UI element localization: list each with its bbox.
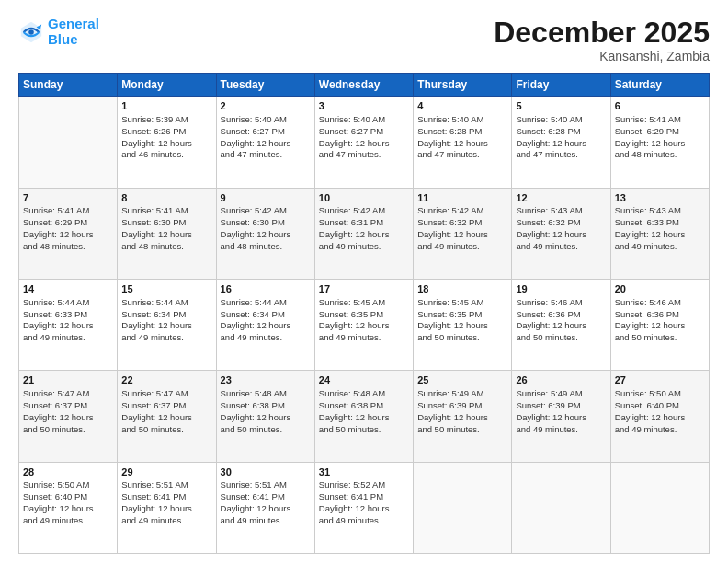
day-info: Daylight: 12 hours bbox=[615, 320, 705, 332]
day-info: Sunset: 6:29 PM bbox=[615, 126, 705, 138]
svg-point-2 bbox=[28, 29, 34, 35]
table-row: 3Sunrise: 5:40 AMSunset: 6:27 PMDaylight… bbox=[314, 97, 413, 188]
day-number: 30 bbox=[221, 465, 311, 479]
day-info: and 49 minutes. bbox=[121, 515, 211, 527]
day-info: Daylight: 12 hours bbox=[615, 229, 705, 241]
day-info: Sunrise: 5:51 AM bbox=[121, 479, 211, 491]
table-row: 18Sunrise: 5:45 AMSunset: 6:35 PMDayligh… bbox=[414, 279, 512, 370]
day-number: 17 bbox=[319, 282, 409, 296]
day-info: Sunset: 6:40 PM bbox=[23, 491, 113, 503]
day-info: Daylight: 12 hours bbox=[121, 229, 211, 241]
header: General Blue December 2025 Kansanshi, Za… bbox=[18, 17, 710, 63]
day-number: 20 bbox=[615, 282, 705, 296]
day-info: and 50 minutes. bbox=[516, 332, 606, 344]
day-info: Sunrise: 5:51 AM bbox=[221, 479, 311, 491]
day-info: and 48 minutes. bbox=[221, 241, 311, 253]
day-info: and 49 minutes. bbox=[121, 332, 211, 344]
day-info: and 50 minutes. bbox=[615, 332, 705, 344]
day-info: Sunset: 6:37 PM bbox=[23, 400, 113, 412]
table-row: 14Sunrise: 5:44 AMSunset: 6:33 PMDayligh… bbox=[19, 279, 118, 370]
table-row bbox=[610, 462, 709, 553]
day-info: Sunrise: 5:42 AM bbox=[319, 205, 409, 217]
table-row: 10Sunrise: 5:42 AMSunset: 6:31 PMDayligh… bbox=[314, 188, 413, 279]
day-info: Sunrise: 5:42 AM bbox=[417, 205, 507, 217]
day-number: 14 bbox=[23, 282, 113, 296]
day-info: and 48 minutes. bbox=[23, 241, 113, 253]
day-info: Sunset: 6:33 PM bbox=[615, 217, 705, 229]
day-info: and 49 minutes. bbox=[516, 424, 606, 436]
day-info: and 47 minutes. bbox=[417, 149, 507, 161]
day-info: and 49 minutes. bbox=[615, 424, 705, 436]
day-info: Sunset: 6:41 PM bbox=[121, 491, 211, 503]
day-info: Daylight: 12 hours bbox=[121, 138, 211, 150]
day-info: Sunrise: 5:40 AM bbox=[516, 114, 606, 126]
table-row: 12Sunrise: 5:43 AMSunset: 6:32 PMDayligh… bbox=[512, 188, 610, 279]
day-number: 13 bbox=[615, 191, 705, 205]
day-number: 18 bbox=[417, 282, 507, 296]
day-info: Sunset: 6:31 PM bbox=[319, 217, 409, 229]
calendar-table: Sunday Monday Tuesday Wednesday Thursday… bbox=[18, 73, 710, 554]
table-row: 20Sunrise: 5:46 AMSunset: 6:36 PMDayligh… bbox=[610, 279, 709, 370]
day-number: 15 bbox=[121, 282, 211, 296]
day-info: Sunset: 6:33 PM bbox=[23, 309, 113, 321]
day-info: Daylight: 12 hours bbox=[221, 229, 311, 241]
day-info: Sunrise: 5:47 AM bbox=[121, 388, 211, 400]
calendar-week-1: 1Sunrise: 5:39 AMSunset: 6:26 PMDaylight… bbox=[19, 97, 710, 188]
table-row: 24Sunrise: 5:48 AMSunset: 6:38 PMDayligh… bbox=[314, 371, 413, 462]
table-row: 16Sunrise: 5:44 AMSunset: 6:34 PMDayligh… bbox=[216, 279, 314, 370]
day-info: and 50 minutes. bbox=[23, 424, 113, 436]
day-info: Daylight: 12 hours bbox=[221, 503, 311, 515]
day-info: Sunrise: 5:50 AM bbox=[615, 388, 705, 400]
day-info: and 50 minutes. bbox=[319, 424, 409, 436]
day-info: Sunset: 6:34 PM bbox=[221, 309, 311, 321]
day-info: Sunset: 6:35 PM bbox=[417, 309, 507, 321]
day-number: 10 bbox=[319, 191, 409, 205]
day-info: Sunset: 6:36 PM bbox=[615, 309, 705, 321]
day-number: 4 bbox=[417, 99, 507, 113]
table-row: 2Sunrise: 5:40 AMSunset: 6:27 PMDaylight… bbox=[216, 97, 314, 188]
day-info: Daylight: 12 hours bbox=[615, 138, 705, 150]
day-info: Sunrise: 5:44 AM bbox=[221, 297, 311, 309]
day-info: Sunrise: 5:43 AM bbox=[516, 205, 606, 217]
day-info: Daylight: 12 hours bbox=[417, 320, 507, 332]
day-info: Sunrise: 5:39 AM bbox=[121, 114, 211, 126]
day-info: and 49 minutes. bbox=[23, 332, 113, 344]
table-row: 31Sunrise: 5:52 AMSunset: 6:41 PMDayligh… bbox=[314, 462, 413, 553]
table-row: 22Sunrise: 5:47 AMSunset: 6:37 PMDayligh… bbox=[118, 371, 216, 462]
table-row: 6Sunrise: 5:41 AMSunset: 6:29 PMDaylight… bbox=[610, 97, 709, 188]
day-info: Daylight: 12 hours bbox=[516, 412, 606, 424]
table-row: 21Sunrise: 5:47 AMSunset: 6:37 PMDayligh… bbox=[19, 371, 118, 462]
day-info: Sunrise: 5:50 AM bbox=[23, 479, 113, 491]
day-info: Daylight: 12 hours bbox=[23, 412, 113, 424]
day-info: Sunset: 6:39 PM bbox=[516, 400, 606, 412]
day-info: Sunrise: 5:41 AM bbox=[615, 114, 705, 126]
day-info: Sunset: 6:36 PM bbox=[516, 309, 606, 321]
day-info: Sunset: 6:27 PM bbox=[319, 126, 409, 138]
day-number: 22 bbox=[121, 373, 211, 387]
day-info: and 49 minutes. bbox=[417, 241, 507, 253]
day-info: Sunset: 6:27 PM bbox=[221, 126, 311, 138]
day-info: Sunrise: 5:40 AM bbox=[221, 114, 311, 126]
day-info: and 49 minutes. bbox=[516, 241, 606, 253]
day-number: 27 bbox=[615, 373, 705, 387]
table-row: 8Sunrise: 5:41 AMSunset: 6:30 PMDaylight… bbox=[118, 188, 216, 279]
logo-icon bbox=[18, 19, 44, 45]
table-row: 4Sunrise: 5:40 AMSunset: 6:28 PMDaylight… bbox=[414, 97, 512, 188]
day-info: Sunset: 6:32 PM bbox=[417, 217, 507, 229]
day-info: and 46 minutes. bbox=[121, 149, 211, 161]
day-number: 16 bbox=[221, 282, 311, 296]
day-info: and 49 minutes. bbox=[221, 515, 311, 527]
table-row bbox=[414, 462, 512, 553]
day-info: Daylight: 12 hours bbox=[319, 229, 409, 241]
day-number: 26 bbox=[516, 373, 606, 387]
day-info: Sunset: 6:34 PM bbox=[121, 309, 211, 321]
table-row: 29Sunrise: 5:51 AMSunset: 6:41 PMDayligh… bbox=[118, 462, 216, 553]
day-number: 1 bbox=[121, 99, 211, 113]
day-info: Sunset: 6:37 PM bbox=[121, 400, 211, 412]
day-info: Sunrise: 5:45 AM bbox=[417, 297, 507, 309]
table-row: 13Sunrise: 5:43 AMSunset: 6:33 PMDayligh… bbox=[610, 188, 709, 279]
day-info: Sunrise: 5:41 AM bbox=[121, 205, 211, 217]
header-row: Sunday Monday Tuesday Wednesday Thursday… bbox=[19, 74, 710, 97]
day-info: Sunrise: 5:44 AM bbox=[23, 297, 113, 309]
table-row: 27Sunrise: 5:50 AMSunset: 6:40 PMDayligh… bbox=[610, 371, 709, 462]
